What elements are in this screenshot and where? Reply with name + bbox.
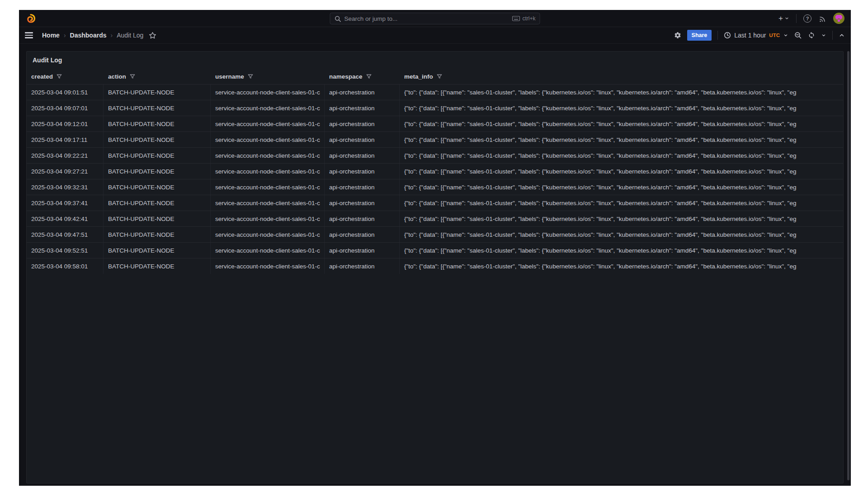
filter-icon[interactable]: [436, 73, 443, 80]
vertical-scrollbar[interactable]: [847, 51, 849, 480]
new-menu-button[interactable]: +: [778, 14, 789, 22]
favorite-star-button[interactable]: [149, 32, 156, 39]
cell-created: 2025-03-04 09:32:31: [27, 179, 104, 195]
column-header-namespace[interactable]: namespace: [325, 69, 400, 84]
divider: [796, 14, 797, 23]
cell-meta-info: {"to": {"data": [{"name": "sales-01-clus…: [400, 84, 843, 100]
search-icon: [335, 15, 341, 22]
grafana-logo-icon[interactable]: [25, 13, 36, 24]
cell-action: BATCH-UPDATE-NODE: [104, 132, 211, 147]
cell-created: 2025-03-04 09:27:21: [27, 164, 104, 179]
cell-namespace: api-orchestration: [325, 195, 400, 211]
cell-username: service-account-node-client-sales-01-c: [211, 227, 325, 242]
share-button[interactable]: Share: [687, 30, 712, 41]
panel-title[interactable]: Audit Log: [27, 52, 843, 69]
cell-namespace: api-orchestration: [325, 164, 400, 179]
cell-meta-info: {"to": {"data": [{"name": "sales-01-clus…: [400, 258, 843, 274]
refresh-button[interactable]: [808, 32, 815, 39]
filter-icon[interactable]: [247, 73, 254, 80]
divider: [717, 31, 718, 40]
menu-toggle-button[interactable]: [25, 32, 33, 38]
top-nav-bar: ctrl+k + ?: [19, 10, 851, 27]
cell-created: 2025-03-04 09:01:51: [27, 84, 104, 100]
table-row: 2025-03-04 09:12:01 BATCH-UPDATE-NODE se…: [27, 116, 843, 131]
table-row: 2025-03-04 09:47:51 BATCH-UPDATE-NODE se…: [27, 226, 843, 242]
table-row: 2025-03-04 09:22:21 BATCH-UPDATE-NODE se…: [27, 147, 843, 163]
cell-action: BATCH-UPDATE-NODE: [104, 211, 211, 226]
cell-username: service-account-node-client-sales-01-c: [211, 258, 325, 274]
time-range-picker[interactable]: Last 1 hour UTC: [724, 32, 788, 39]
cell-meta-info: {"to": {"data": [{"name": "sales-01-clus…: [400, 148, 843, 163]
cell-action: BATCH-UPDATE-NODE: [104, 243, 211, 258]
table-row: 2025-03-04 09:42:41 BATCH-UPDATE-NODE se…: [27, 211, 843, 226]
cell-namespace: api-orchestration: [325, 258, 400, 274]
clock-icon: [724, 32, 731, 39]
table-row: 2025-03-04 09:52:51 BATCH-UPDATE-NODE se…: [27, 242, 843, 258]
breadcrumb-dashboards[interactable]: Dashboards: [70, 32, 107, 39]
cell-namespace: api-orchestration: [325, 132, 400, 147]
cell-username: service-account-node-client-sales-01-c: [211, 195, 325, 211]
breadcrumb-separator: ›: [111, 32, 113, 39]
cell-created: 2025-03-04 09:22:21: [27, 148, 104, 163]
cell-action: BATCH-UPDATE-NODE: [104, 227, 211, 242]
cell-meta-info: {"to": {"data": [{"name": "sales-01-clus…: [400, 195, 843, 211]
cell-meta-info: {"to": {"data": [{"name": "sales-01-clus…: [400, 100, 843, 116]
search-input[interactable]: [344, 15, 509, 22]
cell-action: BATCH-UPDATE-NODE: [104, 148, 211, 163]
dashboard-canvas: Audit Log created action username: [19, 44, 851, 486]
cell-action: BATCH-UPDATE-NODE: [104, 116, 211, 131]
breadcrumb-separator: ›: [64, 32, 66, 39]
column-header-created[interactable]: created: [27, 69, 104, 84]
dashboard-settings-button[interactable]: [674, 32, 681, 39]
keyboard-icon: [512, 15, 520, 22]
filter-icon[interactable]: [366, 73, 372, 80]
cell-created: 2025-03-04 09:17:11: [27, 132, 104, 147]
table-row: 2025-03-04 09:32:31 BATCH-UPDATE-NODE se…: [27, 179, 843, 195]
help-button[interactable]: ?: [803, 14, 811, 23]
cell-username: service-account-node-client-sales-01-c: [211, 148, 325, 163]
refresh-interval-dropdown[interactable]: [821, 33, 826, 38]
top-nav-right-actions: + ?: [778, 13, 844, 24]
filter-icon[interactable]: [56, 73, 62, 80]
hamburger-icon: [25, 32, 33, 33]
cell-meta-info: {"to": {"data": [{"name": "sales-01-clus…: [400, 227, 843, 242]
cell-meta-info: {"to": {"data": [{"name": "sales-01-clus…: [400, 116, 843, 131]
cell-created: 2025-03-04 09:37:41: [27, 195, 104, 211]
search-shortcut: ctrl+k: [512, 15, 535, 22]
search-shortcut-label: ctrl+k: [522, 15, 535, 22]
cell-action: BATCH-UPDATE-NODE: [104, 164, 211, 179]
table-row: 2025-03-04 09:27:21 BATCH-UPDATE-NODE se…: [27, 163, 843, 179]
cell-action: BATCH-UPDATE-NODE: [104, 84, 211, 100]
cell-created: 2025-03-04 09:12:01: [27, 116, 104, 131]
cell-username: service-account-node-client-sales-01-c: [211, 243, 325, 258]
table-body: 2025-03-04 09:01:51 BATCH-UPDATE-NODE se…: [27, 84, 843, 274]
cell-meta-info: {"to": {"data": [{"name": "sales-01-clus…: [400, 164, 843, 179]
cell-username: service-account-node-client-sales-01-c: [211, 132, 325, 147]
cell-namespace: api-orchestration: [325, 116, 400, 131]
cell-meta-info: {"to": {"data": [{"name": "sales-01-clus…: [400, 243, 843, 258]
table-row: 2025-03-04 09:07:01 BATCH-UPDATE-NODE se…: [27, 100, 843, 116]
table-header-row: created action username namespace: [27, 69, 843, 84]
column-header-meta-info[interactable]: meta_info: [400, 69, 843, 84]
cell-action: BATCH-UPDATE-NODE: [104, 258, 211, 274]
global-search-box[interactable]: ctrl+k: [330, 13, 540, 24]
timezone-label: UTC: [769, 33, 780, 38]
column-header-action[interactable]: action: [104, 69, 211, 84]
cell-namespace: api-orchestration: [325, 100, 400, 116]
breadcrumb-home[interactable]: Home: [42, 32, 60, 39]
dashboard-toolbar: Home › Dashboards › Audit Log Share Last…: [19, 27, 851, 44]
cell-username: service-account-node-client-sales-01-c: [211, 116, 325, 131]
cell-username: service-account-node-client-sales-01-c: [211, 164, 325, 179]
chevron-down-icon: [784, 16, 789, 21]
filter-icon[interactable]: [129, 73, 136, 80]
news-feed-button[interactable]: [818, 14, 826, 23]
collapse-toolbar-button[interactable]: [839, 32, 845, 38]
cell-namespace: api-orchestration: [325, 227, 400, 242]
zoom-out-time-button[interactable]: [794, 32, 802, 39]
cell-username: service-account-node-client-sales-01-c: [211, 211, 325, 226]
user-avatar[interactable]: [833, 13, 844, 24]
column-header-username[interactable]: username: [211, 69, 325, 84]
grafana-app-window: ctrl+k + ?: [19, 10, 851, 486]
cell-created: 2025-03-04 09:58:01: [27, 258, 104, 274]
audit-log-panel: Audit Log created action username: [26, 51, 844, 483]
